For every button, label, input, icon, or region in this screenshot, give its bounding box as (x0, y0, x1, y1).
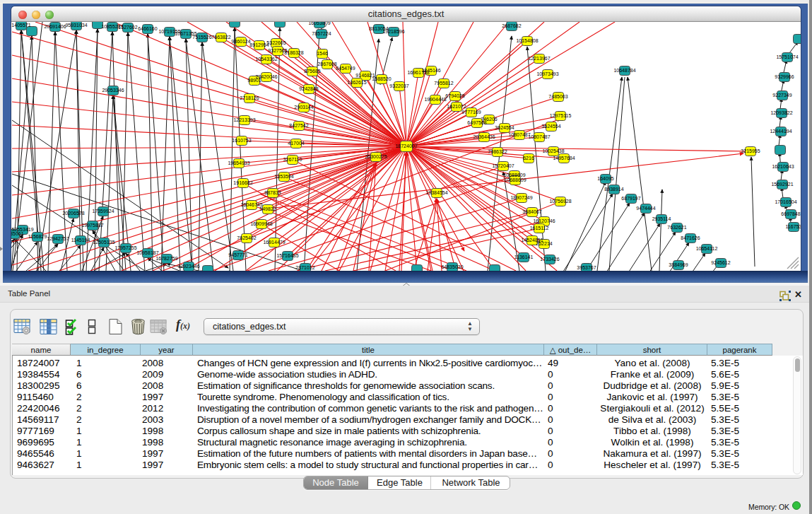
svg-text:16914479: 16914479 (263, 240, 285, 245)
svg-text:7632621: 7632621 (667, 225, 686, 230)
svg-text:25300275: 25300275 (365, 154, 387, 159)
svg-text:10025438: 10025438 (542, 148, 564, 153)
svg-text:1405571: 1405571 (11, 23, 30, 28)
svg-text:9777169: 9777169 (461, 110, 481, 115)
svg-text:3267110: 3267110 (283, 157, 302, 162)
svg-text:1362615: 1362615 (347, 80, 366, 85)
svg-text:10807487: 10807487 (528, 134, 550, 139)
svg-text:10807487: 10807487 (508, 132, 530, 137)
svg-text:8471626: 8471626 (681, 235, 700, 240)
svg-text:1621072: 1621072 (447, 104, 466, 109)
svg-text:8186328: 8186328 (284, 50, 303, 55)
svg-text:7986322: 7986322 (488, 149, 507, 154)
svg-text:3624554: 3624554 (495, 125, 514, 130)
svg-text:116753: 116753 (786, 224, 801, 229)
svg-text:3884969: 3884969 (669, 262, 688, 267)
svg-text:16120746: 16120746 (533, 218, 555, 223)
svg-text:10543362: 10543362 (255, 57, 277, 62)
svg-text:18724007: 18724007 (395, 144, 417, 148)
svg-text:1145194: 1145194 (71, 238, 90, 243)
svg-text:5322605: 5322605 (266, 40, 286, 45)
svg-text:6216: 6216 (523, 156, 534, 160)
svg-text:9245612: 9245612 (711, 260, 730, 265)
svg-text:3953767: 3953767 (577, 265, 596, 270)
svg-text:20691406: 20691406 (44, 24, 66, 29)
svg-text:10958187: 10958187 (136, 250, 158, 255)
svg-text:10654112: 10654112 (696, 246, 718, 251)
svg-text:19654933: 19654933 (228, 160, 249, 165)
svg-text:887833: 887833 (264, 190, 281, 195)
svg-text:10648784: 10648784 (613, 68, 635, 73)
svg-text:2903144: 2903144 (294, 105, 313, 110)
svg-text:252214: 252214 (536, 241, 552, 246)
svg-text:8427542: 8427542 (289, 123, 308, 128)
svg-text:875685: 875685 (304, 69, 320, 74)
svg-text:1588520: 1588520 (372, 76, 391, 81)
svg-text:1527602: 1527602 (118, 25, 137, 30)
svg-text:15716485: 15716485 (276, 253, 298, 258)
svg-text:8454749: 8454749 (336, 66, 355, 71)
svg-text:12093822: 12093822 (770, 110, 792, 115)
svg-text:16210643: 16210643 (772, 164, 794, 169)
svg-text:15720407: 15720407 (492, 163, 514, 168)
svg-text:10973493: 10973493 (536, 71, 558, 76)
svg-text:18907249: 18907249 (510, 195, 532, 200)
svg-text:10688609: 10688609 (503, 173, 525, 177)
svg-text:1156829: 1156829 (28, 234, 47, 239)
svg-text:9457771: 9457771 (228, 252, 247, 257)
svg-text:2687682: 2687682 (502, 23, 521, 28)
svg-text:7515526: 7515526 (192, 35, 211, 40)
svg-text:64835030: 64835030 (441, 264, 463, 269)
svg-text:6879197: 6879197 (621, 196, 640, 201)
svg-text:12505135: 12505135 (93, 240, 114, 245)
svg-text:9329966: 9329966 (775, 74, 794, 79)
svg-text:6466160: 6466160 (138, 26, 157, 31)
svg-text:3684067: 3684067 (522, 209, 541, 214)
svg-text:2935114: 2935114 (652, 216, 671, 221)
svg-text:12975115: 12975115 (550, 113, 572, 118)
svg-text:1610753: 1610753 (232, 138, 251, 143)
svg-text:1615112: 1615112 (530, 226, 549, 230)
svg-text:9242848: 9242848 (299, 86, 318, 91)
svg-text:19218596: 19218596 (382, 29, 404, 34)
svg-text:20206578: 20206578 (62, 211, 84, 216)
svg-text:3215955: 3215955 (741, 148, 760, 153)
svg-text:1353594: 1353594 (274, 174, 293, 179)
svg-text:9860124: 9860124 (231, 39, 250, 44)
svg-text:16782759: 16782759 (155, 256, 177, 261)
svg-text:549822: 549822 (259, 206, 276, 211)
svg-text:9322037: 9322037 (389, 83, 408, 88)
svg-text:2867608: 2867608 (317, 62, 336, 66)
svg-text:20364436: 20364436 (473, 134, 495, 139)
svg-text:12444194: 12444194 (770, 129, 792, 134)
svg-text:7857224: 7857224 (312, 31, 331, 36)
svg-text:6697848: 6697848 (781, 211, 800, 216)
svg-text:10688609: 10688609 (504, 177, 526, 182)
svg-text:17957255: 17957255 (114, 245, 136, 250)
svg-text:12213393: 12213393 (233, 117, 255, 122)
svg-text:8938914: 8938914 (604, 187, 623, 192)
svg-text:15692921: 15692921 (771, 182, 793, 187)
svg-text:7955812: 7955812 (434, 81, 453, 86)
svg-text:9474444: 9474444 (636, 206, 655, 211)
svg-text:98901: 98901 (247, 78, 261, 83)
svg-text:19904448: 19904448 (424, 97, 446, 102)
svg-text:12923446: 12923446 (177, 264, 199, 269)
svg-text:1546: 1546 (317, 51, 328, 56)
svg-text:3624554: 3624554 (541, 124, 560, 129)
svg-text:29053346: 29053346 (102, 88, 124, 93)
svg-text:12942757: 12942757 (47, 236, 69, 241)
svg-text:417004: 417004 (288, 141, 304, 146)
svg-text:2871012: 2871012 (295, 265, 314, 270)
svg-text:15751074: 15751074 (776, 54, 798, 59)
svg-text:14957684: 14957684 (553, 156, 575, 160)
svg-text:16909948: 16909948 (250, 221, 272, 226)
svg-text:7485003: 7485003 (548, 94, 567, 99)
svg-text:6794028: 6794028 (445, 93, 464, 98)
svg-text:9227349: 9227349 (772, 93, 792, 98)
svg-text:1916682: 1916682 (233, 180, 252, 185)
svg-text:164095: 164095 (597, 176, 613, 181)
svg-text:10756928: 10756928 (549, 199, 571, 204)
svg-text:17359924: 17359924 (92, 209, 114, 214)
svg-text:7625402: 7625402 (237, 235, 256, 240)
